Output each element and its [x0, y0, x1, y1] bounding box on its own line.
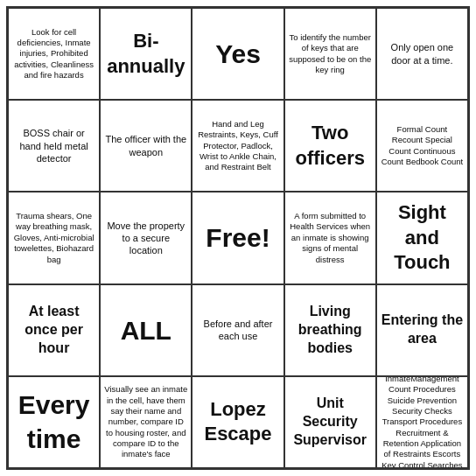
- bingo-cell-r4c3: Unit Security Supervisor: [284, 376, 376, 468]
- bingo-cell-r0c3: To identify the number of keys that are …: [284, 8, 376, 100]
- bingo-cell-r0c0: Look for cell deficiencies, Inmate injur…: [8, 8, 100, 100]
- bingo-cell-r3c0: At least once per hour: [8, 284, 100, 376]
- bingo-cell-r2c3: A form submitted to Health Services when…: [284, 192, 376, 284]
- bingo-cell-r2c1: Move the property to a secure location: [100, 192, 192, 284]
- bingo-board: Look for cell deficiencies, Inmate injur…: [6, 6, 470, 470]
- bingo-cell-r3c1: ALL: [100, 284, 192, 376]
- bingo-cell-r1c3: Two officers: [284, 100, 376, 192]
- bingo-cell-r2c2: Free!: [192, 192, 284, 284]
- bingo-cell-r1c0: BOSS chair or hand held metal detector: [8, 100, 100, 192]
- bingo-cell-r2c0: Trauma shears, One way breathing mask, G…: [8, 192, 100, 284]
- bingo-cell-r3c3: Living breathing bodies: [284, 284, 376, 376]
- bingo-cell-r3c2: Before and after each use: [192, 284, 284, 376]
- bingo-cell-r0c2: Yes: [192, 8, 284, 100]
- bingo-cell-r4c2: Lopez Escape: [192, 376, 284, 468]
- bingo-cell-r0c1: Bi-annually: [100, 8, 192, 100]
- bingo-cell-r4c4: InmateManagement Count Procedures Suicid…: [376, 376, 468, 468]
- bingo-cell-r1c2: Hand and Leg Restraints, Keys, Cuff Prot…: [192, 100, 284, 192]
- bingo-cell-r4c1: Visually see an inmate in the cell, have…: [100, 376, 192, 468]
- bingo-cell-r1c1: The officer with the weapon: [100, 100, 192, 192]
- bingo-cell-r2c4: Sight and Touch: [376, 192, 468, 284]
- bingo-cell-r3c4: Entering the area: [376, 284, 468, 376]
- bingo-cell-r4c0: Every time: [8, 376, 100, 468]
- bingo-cell-r0c4: Only open one door at a time.: [376, 8, 468, 100]
- bingo-cell-r1c4: Formal Count Recount Special Count Conti…: [376, 100, 468, 192]
